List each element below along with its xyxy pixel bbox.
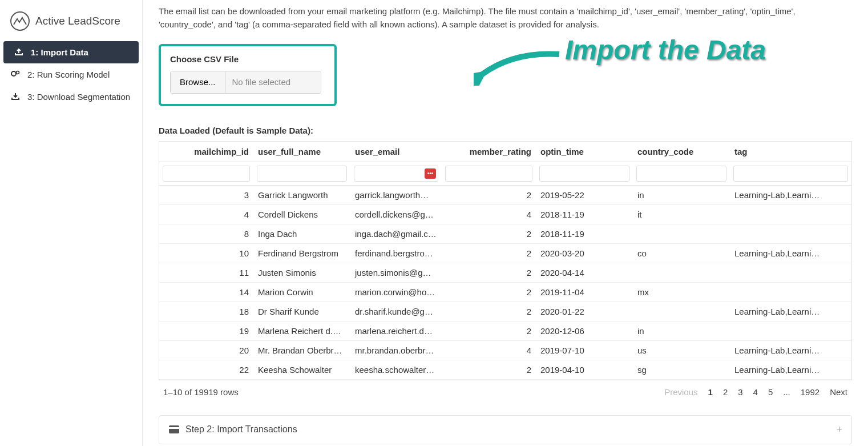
cell-optin_time: 2019-05-22 [536,185,633,204]
table-row: 20Mr. Brandan Oberbru…mr.brandan.oberbru… [159,340,851,360]
cell-optin_time: 2019-11-04 [536,282,633,302]
pager-page[interactable]: 1 [708,387,713,397]
col-header-user_email[interactable]: user_email [350,142,442,162]
cell-member_rating: 2 [442,282,536,302]
table-row: 18Dr Sharif Kundedr.sharif.kunde@gm…2202… [159,302,851,321]
pager-page: ... [783,387,790,397]
cell-optin_time: 2019-07-10 [536,340,633,360]
step2-panel[interactable]: Step 2: Import Transactions + [159,415,852,444]
cell-tag [730,204,851,224]
cell-optin_time: 2020-01-22 [536,302,633,321]
cell-mailchimp_id: 8 [159,224,253,243]
nav-item-label: 2: Run Scoring Model [27,70,110,79]
cell-user_email: inga.dach@gmail.com [350,224,442,243]
data-table: mailchimp_iduser_full_nameuser_emailmemb… [159,141,852,380]
nav-item-label: 3: Download Segmentation [27,92,130,102]
col-header-optin_time[interactable]: optin_time [536,142,633,162]
cell-user_full_name: Justen Simonis [253,263,350,282]
cell-member_rating: 4 [442,340,536,360]
col-header-member_rating[interactable]: member_rating [442,142,536,162]
cell-mailchimp_id: 4 [159,204,253,224]
browse-button[interactable]: Browse... [171,71,225,93]
cell-optin_time: 2020-12-06 [536,321,633,340]
filter-member_rating[interactable] [445,166,532,182]
cell-user_full_name: Marion Corwin [253,282,350,302]
cell-member_rating: 2 [442,321,536,340]
nav-item-1[interactable]: 2: Run Scoring Model [0,63,142,86]
cell-tag: Learning-Lab,Learni… [730,185,851,204]
cell-member_rating: 2 [442,243,536,263]
cell-optin_time: 2018-11-19 [536,204,633,224]
table-row: 11Justen Simonisjusten.simonis@gma…22020… [159,263,851,282]
sidebar: Active LeadScore 1: Import Data2: Run Sc… [0,0,143,446]
cell-user_full_name: Ferdinand Bergstrom [253,243,350,263]
filter-user_full_name[interactable] [257,166,347,182]
table-row: 4Cordell Dickenscordell.dickens@gm…42018… [159,204,851,224]
nav-item-0[interactable]: 1: Import Data [3,41,139,63]
pager-page[interactable]: 4 [753,387,758,397]
cell-country_code: in [633,321,730,340]
filter-optin_time[interactable] [539,166,629,182]
pager-page[interactable]: 3 [738,387,742,397]
brand: Active LeadScore [0,6,142,41]
upload-icon [14,47,24,57]
col-header-user_full_name[interactable]: user_full_name [253,142,350,162]
cell-country_code: in [633,185,730,204]
annotation: Import the Data [485,34,766,66]
cell-tag: Learning-Lab,Learni… [730,243,851,263]
filter-tag[interactable] [733,166,848,182]
upload-box: Choose CSV File Browse... No file select… [159,44,337,106]
cell-optin_time: 2020-04-14 [536,263,633,282]
cell-member_rating: 2 [442,185,536,204]
cell-mailchimp_id: 14 [159,282,253,302]
brand-logo-icon [10,11,30,31]
cell-user_email: justen.simonis@gma… [350,263,442,282]
cell-mailchimp_id: 19 [159,321,253,340]
pager-next[interactable]: Next [830,387,847,397]
file-placeholder: No file selected [225,71,321,93]
upload-label: Choose CSV File [170,54,325,64]
cell-country_code: sg [633,360,730,379]
pager-previous[interactable]: Previous [664,387,697,397]
email-filter-badge[interactable]: ••• [425,168,436,179]
pager-page[interactable]: 1992 [801,387,819,397]
col-header-mailchimp_id[interactable]: mailchimp_id [159,142,253,162]
file-input-row: Browse... No file selected [170,71,321,94]
nav-item-label: 1: Import Data [31,47,88,57]
gears-icon [10,70,21,79]
cell-tag [730,263,851,282]
cell-tag [730,224,851,243]
pager: 1–10 of 19919 rows Previous12345...1992N… [159,380,852,400]
cell-user_full_name: Keesha Schowalter [253,360,350,379]
annotation-text: Import the Data [565,34,766,66]
expand-icon[interactable]: + [836,424,842,436]
filter-country_code[interactable] [636,166,726,182]
brand-title: Active LeadScore [35,15,120,27]
cell-mailchimp_id: 18 [159,302,253,321]
cell-optin_time: 2020-03-20 [536,243,633,263]
step2-label: Step 2: Import Transactions [185,424,297,435]
cell-tag: Learning-Lab,Learni… [730,302,851,321]
cell-user_email: cordell.dickens@gm… [350,204,442,224]
cell-user_email: dr.sharif.kunde@gm… [350,302,442,321]
cell-member_rating: 2 [442,224,536,243]
cell-user_full_name: Garrick Langworth [253,185,350,204]
cell-mailchimp_id: 20 [159,340,253,360]
col-header-tag[interactable]: tag [730,142,851,162]
cell-tag [730,321,851,340]
filter-mailchimp_id[interactable] [163,166,250,182]
cell-country_code: us [633,340,730,360]
table-row: 3Garrick Langworthgarrick.langworth@g…22… [159,185,851,204]
pager-page[interactable]: 2 [723,387,728,397]
cell-optin_time: 2019-04-10 [536,360,633,379]
svg-point-0 [11,71,16,76]
download-icon [10,92,21,102]
main-content: The email list can be downloaded from yo… [143,0,868,446]
table-row: 19Marlena Reichert d.d.s.marlena.reicher… [159,321,851,340]
col-header-country_code[interactable]: country_code [633,142,730,162]
pager-summary: 1–10 of 19919 rows [163,387,239,397]
cell-tag: Learning-Lab,Learni… [730,360,851,379]
pager-page[interactable]: 5 [768,387,773,397]
nav-item-2[interactable]: 3: Download Segmentation [0,86,142,108]
cell-user_email: marion.corwin@hot… [350,282,442,302]
